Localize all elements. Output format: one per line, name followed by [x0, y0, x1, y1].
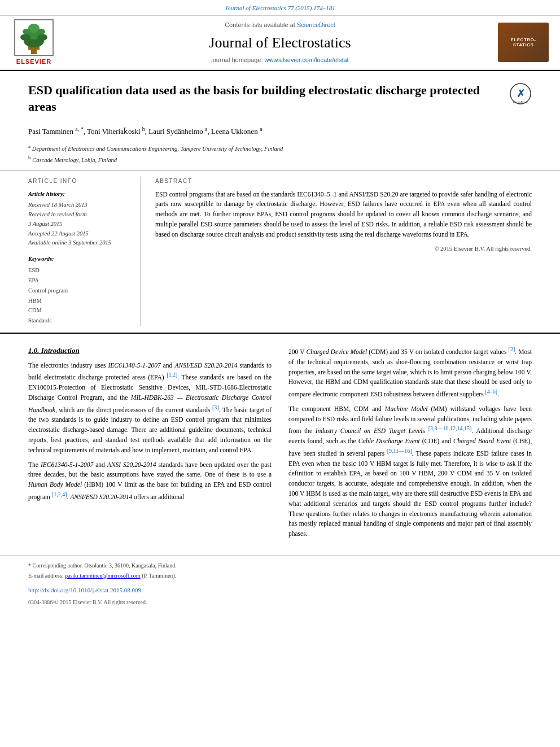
available-date: Available online 3 September 2015 — [28, 238, 132, 248]
doi-link[interactable]: http://dx.doi.org/10.1016/j.elstat.2015.… — [28, 587, 141, 593]
keywords-label: Keywords: — [28, 255, 132, 264]
keyword-cdm: CDM — [28, 305, 132, 316]
article-title: ESD qualification data used as the basis… — [28, 82, 509, 115]
abstract-text: ESD control programs that are based on t… — [155, 190, 532, 240]
ref-3[interactable]: [3] — [212, 404, 219, 410]
header-content: ELSEVIER Contents lists available at Sci… — [0, 15, 560, 71]
svg-text:✗: ✗ — [517, 88, 525, 99]
issn-line: 0304-3886/© 2015 Elsevier B.V. All right… — [28, 598, 532, 606]
keyword-hbm: HBM — [28, 296, 132, 306]
body-two-col: 1.0. Introduction The electronics indust… — [28, 345, 532, 544]
ref-2[interactable]: [2] — [509, 346, 515, 352]
received-date: Received 18 March 2013 — [28, 200, 132, 210]
homepage-line: journal homepage: www.elsevier.com/locat… — [62, 55, 498, 65]
svg-point-8 — [37, 29, 45, 34]
copyright-line: © 2015 Elsevier B.V. All rights reserved… — [155, 244, 532, 254]
svg-point-6 — [37, 34, 47, 41]
body-section: 1.0. Introduction The electronics indust… — [0, 333, 560, 544]
ref-3-15[interactable]: [3,8—10,12,14,15] — [428, 425, 472, 431]
body-left-col: 1.0. Introduction The electronics indust… — [28, 345, 272, 544]
ref-1-2-4[interactable]: [1,2,4] — [52, 491, 67, 497]
info-abstract-section: ARTICLE INFO Article history: Received 1… — [0, 171, 560, 326]
history-label: Article history: — [28, 190, 132, 199]
footnote-corresponding: * Corresponding author. Otsolantie 3, 36… — [28, 561, 532, 570]
abstract-col: ABSTRACT ESD control programs that are b… — [152, 177, 532, 326]
footer-section: * Corresponding author. Otsolantie 3, 36… — [0, 555, 560, 612]
body-para-2: The IEC61340-5-1-2007 and ANSI S20.20-20… — [28, 460, 272, 503]
keyword-esd: ESD — [28, 265, 132, 276]
journal-title: Journal of Electrostatics — [62, 32, 498, 54]
authors-line: Pasi Tamminen a, *, Toni Viheriak̈oski b… — [28, 125, 532, 137]
body-para-3: 200 V Charged Device Model (CDM) and 35 … — [288, 345, 532, 400]
svg-point-5 — [20, 34, 30, 41]
affiliation-b: b Cascade Metrology, Lohja, Finland — [28, 154, 532, 164]
body-para-4: The component HBM, CDM and Machine Model… — [288, 404, 532, 539]
email-link[interactable]: pasikr.tamminen@microsoft.com — [65, 573, 141, 579]
page: Journal of Electrostatics 77 (2015) 174–… — [0, 0, 560, 747]
journal-header: Journal of Electrostatics 77 (2015) 174–… — [0, 0, 560, 71]
electrostatics-logo-text: ELECTRO-STATICS — [511, 37, 536, 48]
body-right-col: 200 V Charged Device Model (CDM) and 35 … — [288, 345, 532, 544]
ref-1-2[interactable]: [1,2] — [167, 372, 177, 378]
section-heading: 1.0. Introduction — [28, 345, 272, 356]
homepage-link[interactable]: www.elsevier.com/locate/elstat — [265, 56, 349, 63]
keyword-standards: Standards — [28, 316, 132, 326]
journal-center: Contents lists available at ScienceDirec… — [62, 20, 498, 65]
article-title-section: ESD qualification data used as the basis… — [0, 71, 560, 120]
svg-text:CrossMark: CrossMark — [513, 101, 528, 104]
elsevier-brand-label: ELSEVIER — [16, 57, 51, 67]
keyword-control: Control program — [28, 286, 132, 296]
affiliations: a Department of Electronics and Communic… — [0, 142, 560, 171]
svg-point-7 — [23, 29, 30, 34]
contents-line: Contents lists available at ScienceDirec… — [62, 20, 498, 30]
revised-date: Received in revised form3 August 2015 — [28, 210, 132, 229]
abstract-label: ABSTRACT — [155, 177, 532, 185]
sciencedirect-link[interactable]: ScienceDirect — [297, 21, 335, 28]
crossmark-icon: ✗ CrossMark — [509, 82, 532, 105]
authors-section: Pasi Tamminen a, *, Toni Viheriak̈oski b… — [0, 120, 560, 142]
ref-9-16[interactable]: [9,11—16] — [387, 448, 412, 454]
ref-4-6[interactable]: [4–6] — [485, 388, 498, 395]
body-para-1: The electronics industry uses IEC61340-5… — [28, 361, 272, 456]
elsevier-tree-icon — [14, 19, 54, 56]
keyword-epa: EPA — [28, 276, 132, 286]
electrostatics-logo-box: ELECTRO-STATICS — [498, 23, 549, 62]
article-info-col: ARTICLE INFO Article history: Received 1… — [28, 177, 141, 326]
article-info-label: ARTICLE INFO — [28, 177, 132, 185]
affiliation-a: a Department of Electronics and Communic… — [28, 143, 532, 153]
accepted-date: Accepted 22 August 2015 — [28, 229, 132, 239]
elsevier-logo: ELSEVIER — [6, 19, 62, 67]
footnote-email: E-mail address: pasikr.tamminen@microsof… — [28, 571, 532, 580]
journal-citation: Journal of Electrostatics 77 (2015) 174–… — [0, 0, 560, 15]
